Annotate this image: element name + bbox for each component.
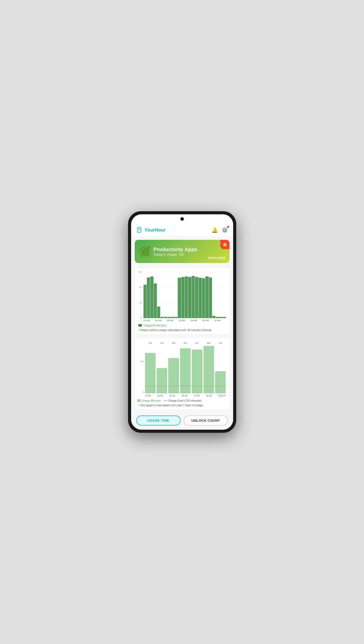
hourly-bars: [143, 272, 226, 318]
goal-line: [145, 386, 226, 386]
weekly-bar-wrap: 415: [215, 346, 226, 393]
hourly-note: • Today's phone usage calculated over 30…: [137, 328, 227, 332]
hourly-bar: [209, 277, 212, 318]
hourly-chart: 30 20 10 0: [137, 272, 227, 318]
hourly-bar: [205, 276, 208, 318]
legend-label-usage: Usage Minutes: [142, 399, 161, 402]
weekly-bar: [180, 348, 191, 393]
legend-item-goal: Usage Goal (135 minutes): [163, 399, 201, 402]
settings-badge: [227, 226, 229, 228]
weekly-x-labels: 13-09 14-09 15-09 16-09 17-09 18-09 TODA…: [137, 393, 227, 397]
bar-value-label: 470: [160, 342, 164, 344]
header-icons: 🔔 ⚙️: [211, 227, 228, 233]
phone-screen: YourHour 🔔 ⚙️ ⭐ 🌿 Productivity Apps Toda…: [131, 214, 233, 430]
promo-banner[interactable]: ⭐ 🌿 Productivity Apps Today's Usage: 1m …: [135, 240, 230, 263]
hourly-bar: [185, 276, 188, 318]
hourly-bar: [219, 317, 222, 318]
hourly-bar: [181, 277, 184, 318]
weekly-bar: [204, 346, 214, 393]
gear-icon: ⚙️: [222, 227, 228, 233]
weekly-bar: [157, 368, 167, 393]
hourly-bar: [147, 277, 150, 318]
legend-label-goal: Usage Goal (135 minutes): [168, 399, 201, 402]
weekly-bar-wrap: 843: [180, 346, 191, 393]
hourly-bar: [143, 285, 147, 318]
weekly-bar-wrap: 817: [192, 346, 202, 393]
phone-frame: YourHour 🔔 ⚙️ ⭐ 🌿 Productivity Apps Toda…: [128, 211, 236, 433]
hourly-bar: [195, 277, 198, 318]
hourly-bar: [164, 317, 167, 318]
weekly-bar-wrap: 754: [145, 346, 156, 393]
legend-color-usage: [137, 399, 141, 402]
hourly-bar: [157, 307, 160, 318]
app-header: YourHour 🔔 ⚙️: [131, 224, 233, 237]
app-title: YourHour: [145, 227, 166, 233]
settings-button[interactable]: ⚙️: [222, 227, 228, 233]
unlock-count-tab[interactable]: UNLOCK COUNT: [184, 416, 228, 426]
notch-bar: [131, 214, 233, 224]
weekly-bar: [215, 371, 226, 393]
bar-value-label: 754: [149, 342, 152, 344]
hourly-bar: [223, 317, 226, 318]
weekly-bar-wrap: 884: [204, 346, 214, 393]
hourly-bar: [199, 278, 202, 318]
bar-value-label: 817: [195, 342, 199, 344]
hourly-x-labels: 12 AM 04 AM 08 AM 12 PM 04 PM 08 PM 12 A…: [137, 318, 227, 322]
hourly-bar: [216, 317, 219, 318]
bar-value-label: 843: [184, 342, 187, 344]
explore-button[interactable]: EXPLORE: [208, 256, 226, 260]
hourly-bar: [202, 278, 205, 318]
weekly-bar-wrap: 658: [168, 346, 179, 393]
weekly-y-labels: 500 0: [137, 346, 145, 393]
hourly-bar: [188, 277, 191, 318]
logo-area: YourHour: [135, 226, 166, 234]
legend-line-goal: [163, 400, 167, 401]
hourly-bar: [167, 317, 171, 318]
weekly-note: • This graph is calculated over past 7 d…: [137, 404, 227, 407]
hourly-bar: [154, 283, 157, 318]
hourly-bar: [171, 317, 174, 318]
hourly-bar: [212, 316, 215, 318]
bar-value-label: 658: [172, 342, 175, 344]
promo-star-badge: ⭐: [220, 240, 230, 249]
screen-content: YourHour 🔔 ⚙️ ⭐ 🌿 Productivity Apps Toda…: [131, 224, 233, 430]
usage-time-tab[interactable]: USAGE TIME: [136, 416, 181, 426]
hourly-legend: Usage/30 Minutes: [137, 324, 227, 327]
hourly-chart-section: 30 20 10 0: [135, 268, 230, 334]
tab-buttons: USAGE TIME UNLOCK COUNT: [131, 411, 233, 430]
weekly-chart-section: 500 0 754470658843817884415 13-09 14-09 …: [135, 338, 230, 409]
weekly-bar: [145, 353, 156, 393]
hourly-bar: [192, 276, 195, 318]
hourly-bar: [174, 317, 177, 318]
legend-label-1: Usage/30 Minutes: [143, 324, 166, 327]
weekly-bar: [168, 358, 179, 393]
logo-icon: [135, 226, 143, 234]
promo-title: Productivity Apps: [154, 247, 225, 252]
weekly-chart: 500 0 754470658843817884415: [137, 342, 227, 393]
hourly-bar: [150, 276, 153, 318]
weekly-bar: [192, 350, 202, 393]
legend-item-usage: Usage Minutes: [137, 399, 161, 402]
promo-icon: 🌿: [139, 246, 150, 257]
bar-value-label: 415: [219, 342, 222, 344]
weekly-legend: Usage Minutes Usage Goal (135 minutes): [137, 399, 227, 402]
weekly-bars: 754470658843817884415: [145, 346, 226, 393]
weekly-bar-wrap: 470: [157, 346, 167, 393]
legend-color-1: [138, 324, 142, 327]
bell-icon[interactable]: 🔔: [211, 227, 218, 233]
promo-text-area: Productivity Apps Today's Usage: 1m: [154, 247, 225, 257]
hourly-bar: [178, 278, 181, 318]
camera: [180, 217, 184, 221]
bar-value-label: 884: [207, 342, 210, 344]
hourly-bar: [160, 317, 164, 318]
